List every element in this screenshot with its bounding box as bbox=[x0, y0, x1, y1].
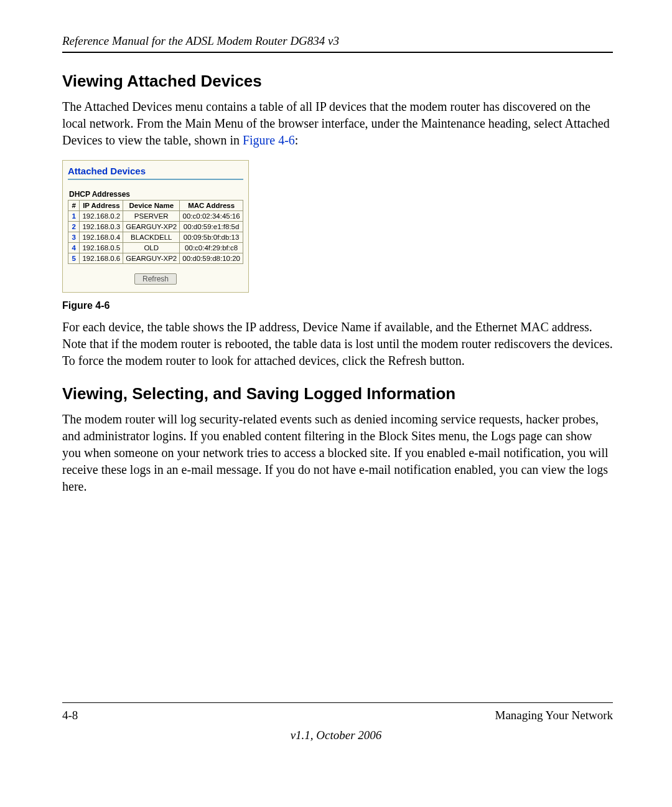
refresh-button[interactable]: Refresh bbox=[134, 273, 177, 285]
para-text: The Attached Devices menu contains a tab… bbox=[62, 100, 610, 147]
cell-name: PSERVER bbox=[123, 211, 180, 222]
figure-caption: Figure 4-6 bbox=[62, 300, 613, 311]
cell-ip: 192.168.0.4 bbox=[80, 232, 123, 243]
cell-ip: 192.168.0.2 bbox=[80, 211, 123, 222]
section-heading-logs: Viewing, Selecting, and Saving Logged In… bbox=[62, 384, 613, 404]
figure-link[interactable]: Figure 4-6 bbox=[243, 133, 295, 147]
para-text-tail: : bbox=[295, 133, 299, 147]
cell-mac: 00:c0:4f:29:bf:c8 bbox=[180, 243, 243, 253]
table-header-row: # IP Address Device Name MAC Address bbox=[68, 201, 243, 211]
footer-divider bbox=[62, 702, 613, 703]
col-mac: MAC Address bbox=[180, 201, 243, 211]
screenshot-panel: Attached Devices DHCP Addresses # IP Add… bbox=[62, 160, 249, 293]
cell-num: 2 bbox=[68, 222, 80, 232]
table-row: 5 192.168.0.6 GEARGUY-XP2 00:d0:59:d8:10… bbox=[68, 253, 243, 264]
col-name: Device Name bbox=[123, 201, 180, 211]
footer-page-number: 4-8 bbox=[62, 709, 78, 722]
cell-name: BLACKDELL bbox=[123, 232, 180, 243]
panel-divider bbox=[68, 179, 243, 180]
col-num: # bbox=[68, 201, 80, 211]
cell-mac: 00:d0:59:d8:10:20 bbox=[180, 253, 243, 264]
running-header: Reference Manual for the ADSL Modem Rout… bbox=[62, 34, 613, 53]
cell-ip: 192.168.0.5 bbox=[80, 243, 123, 253]
para-attached-intro: The Attached Devices menu contains a tab… bbox=[62, 98, 613, 149]
table-row: 3 192.168.0.4 BLACKDELL 00:09:5b:0f:db:1… bbox=[68, 232, 243, 243]
table-row: 1 192.168.0.2 PSERVER 00:c0:02:34:45:16 bbox=[68, 211, 243, 222]
cell-mac: 00:d0:59:e1:f8:5d bbox=[180, 222, 243, 232]
cell-name: GEARGUY-XP2 bbox=[123, 253, 180, 264]
cell-mac: 00:c0:02:34:45:16 bbox=[180, 211, 243, 222]
col-ip: IP Address bbox=[80, 201, 123, 211]
para-attached-desc: For each device, the table shows the IP … bbox=[62, 319, 613, 369]
panel-subtitle: DHCP Addresses bbox=[69, 190, 243, 199]
cell-ip: 192.168.0.6 bbox=[80, 253, 123, 264]
footer-version: v1.1, October 2006 bbox=[0, 729, 672, 742]
cell-ip: 192.168.0.3 bbox=[80, 222, 123, 232]
cell-name: OLD bbox=[123, 243, 180, 253]
section-heading-attached-devices: Viewing Attached Devices bbox=[62, 72, 613, 91]
footer-chapter: Managing Your Network bbox=[495, 709, 613, 722]
cell-num: 4 bbox=[68, 243, 80, 253]
table-row: 2 192.168.0.3 GEARGUY-XP2 00:d0:59:e1:f8… bbox=[68, 222, 243, 232]
cell-name: GEARGUY-XP2 bbox=[123, 222, 180, 232]
cell-num: 1 bbox=[68, 211, 80, 222]
para-logs: The modem router will log security-relat… bbox=[62, 411, 613, 495]
cell-num: 5 bbox=[68, 253, 80, 264]
cell-mac: 00:09:5b:0f:db:13 bbox=[180, 232, 243, 243]
devices-table: # IP Address Device Name MAC Address 1 1… bbox=[68, 200, 243, 264]
table-row: 4 192.168.0.5 OLD 00:c0:4f:29:bf:c8 bbox=[68, 243, 243, 253]
cell-num: 3 bbox=[68, 232, 80, 243]
panel-title: Attached Devices bbox=[68, 166, 243, 176]
